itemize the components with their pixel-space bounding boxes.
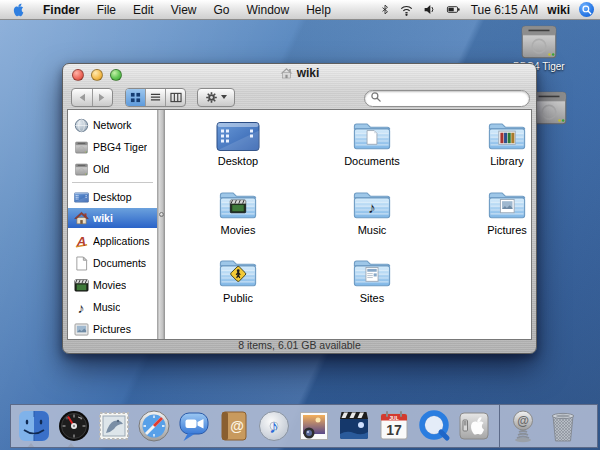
svg-text:A: A [75, 234, 85, 249]
document-icon [73, 255, 89, 271]
dock-item-quicktime[interactable] [415, 407, 453, 445]
dock-item-mac-dot-com[interactable]: @ [504, 407, 542, 445]
hard-drive-icon [518, 24, 560, 60]
dock-item-safari[interactable] [135, 407, 173, 445]
dock-item-iphoto[interactable] [295, 407, 333, 445]
window-content: Network PBG4 Tiger Old Desktop wiki [67, 109, 532, 340]
search-input[interactable] [364, 90, 530, 107]
dock-item-dashboard[interactable] [55, 407, 93, 445]
title-bar[interactable]: wiki [63, 64, 536, 85]
dock-item-mail[interactable] [95, 407, 133, 445]
sidebar-item-old[interactable]: Old [68, 159, 157, 179]
dock-item-trash[interactable] [544, 407, 582, 445]
back-arrow-icon [78, 93, 86, 102]
folder-sites[interactable]: Sites [312, 256, 432, 304]
forward-button[interactable] [92, 89, 113, 106]
column-view-button[interactable] [165, 89, 185, 106]
fast-user-switching-menu[interactable]: wiki [547, 3, 570, 17]
icon-label: Music [358, 224, 387, 236]
svg-text:17: 17 [386, 422, 402, 438]
finder-icon [16, 408, 52, 444]
sidebar-item-wiki[interactable]: wiki [68, 208, 157, 228]
status-text: 8 items, 6.01 GB available [238, 339, 361, 351]
status-bar: 8 items, 6.01 GB available [63, 337, 536, 353]
window-title-text: wiki [297, 66, 320, 80]
folder-public[interactable]: Public [178, 256, 298, 304]
menu-bar-clock[interactable]: Tue 6:15 AM [471, 3, 539, 17]
menu-finder[interactable]: Finder [43, 3, 80, 17]
music-icon: ♪ [73, 299, 89, 315]
hard-drive-icon [73, 139, 89, 155]
view-mode-segmented-control [125, 88, 186, 107]
folder-desktop[interactable]: Desktop [178, 121, 298, 167]
column-view-icon [170, 92, 182, 103]
sidebar-item-network[interactable]: Network [68, 115, 157, 135]
battery-icon[interactable] [445, 3, 462, 16]
sidebar-item-pbg4-tiger[interactable]: PBG4 Tiger [68, 137, 157, 157]
action-button[interactable] [197, 88, 235, 107]
at-spring-icon: @ [505, 408, 541, 444]
sidebar-item-documents[interactable]: Documents [68, 253, 157, 273]
search-field [364, 88, 530, 105]
folder-movies-icon [218, 188, 258, 221]
folder-pictures-icon [487, 188, 527, 221]
sidebar-item-applications[interactable]: A Applications [68, 231, 157, 251]
network-globe-icon [73, 117, 89, 133]
icon-label: Library [490, 155, 524, 167]
sidebar-item-movies[interactable]: Movies [68, 275, 157, 295]
icon-view-icon [130, 92, 141, 103]
menu-edit[interactable]: Edit [133, 3, 154, 17]
gear-icon [205, 91, 218, 104]
sidebar-item-desktop[interactable]: Desktop [68, 187, 157, 207]
svg-text:♪: ♪ [269, 416, 279, 437]
folder-library[interactable]: Library [447, 119, 531, 167]
icon-view-button[interactable] [126, 89, 145, 106]
folder-pictures[interactable]: Pictures [447, 188, 531, 236]
bluetooth-icon[interactable] [380, 2, 390, 17]
dock-item-imovie[interactable] [335, 407, 373, 445]
dashboard-icon [56, 408, 92, 444]
dock-item-ichat[interactable] [175, 407, 213, 445]
sidebar-item-label: Desktop [93, 191, 132, 203]
dock-item-address-book[interactable]: @ [215, 407, 253, 445]
sidebar-item-pictures[interactable]: Pictures [68, 319, 157, 339]
spotlight-icon[interactable] [579, 2, 594, 17]
volume-icon[interactable] [423, 3, 436, 16]
chevron-down-icon [221, 95, 227, 99]
finder-window: wiki [62, 63, 537, 354]
airport-icon[interactable] [399, 3, 414, 17]
toolbar [63, 85, 536, 109]
sidebar-item-label: Music [93, 301, 120, 313]
menu-file[interactable]: File [97, 3, 116, 17]
address-book-icon: @ [216, 408, 252, 444]
dock-item-ical[interactable]: JUL 17 [375, 407, 413, 445]
folder-documents[interactable]: Documents [312, 119, 432, 167]
sidebar-item-music[interactable]: ♪ Music [68, 297, 157, 317]
menu-view[interactable]: View [171, 3, 197, 17]
sidebar-item-label: Movies [93, 279, 126, 291]
applications-icon: A [73, 233, 89, 249]
back-button[interactable] [72, 89, 92, 106]
folder-movies[interactable]: Movies [178, 188, 298, 236]
dock: @ ♪ [10, 404, 598, 448]
navigation-buttons [71, 88, 113, 107]
menu-help[interactable]: Help [306, 3, 331, 17]
movies-icon [73, 277, 89, 293]
apple-menu[interactable] [12, 2, 25, 17]
folder-music[interactable]: ♪ Music [312, 188, 432, 236]
folder-library-icon [487, 119, 527, 152]
dock-item-itunes[interactable]: ♪ [255, 407, 293, 445]
sidebar-splitter[interactable] [157, 110, 165, 339]
sidebar-item-label: Pictures [93, 323, 131, 335]
dock-item-system-preferences[interactable] [455, 407, 493, 445]
menu-go[interactable]: Go [214, 3, 230, 17]
sidebar-divider [72, 182, 153, 183]
quicktime-icon [416, 408, 452, 444]
icon-label: Public [223, 292, 253, 304]
icon-label: Documents [344, 155, 400, 167]
ical-icon: JUL 17 [376, 408, 412, 444]
desktop: PBG4 Tiger Finder File Edit View Go Wind… [0, 0, 600, 450]
menu-window[interactable]: Window [247, 3, 290, 17]
list-view-button[interactable] [145, 89, 165, 106]
dock-item-finder[interactable] [15, 407, 53, 445]
